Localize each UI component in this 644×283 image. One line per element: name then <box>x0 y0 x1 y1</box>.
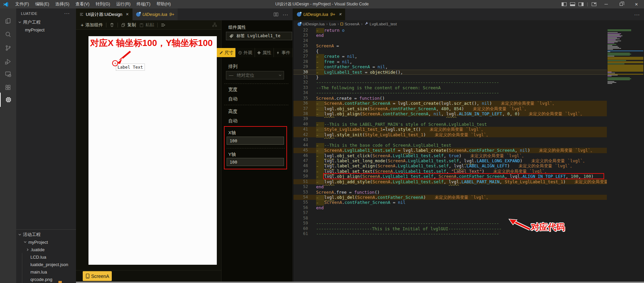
close-icon[interactable]: ✕ <box>126 12 129 17</box>
remote-explorer-icon[interactable] <box>0 67 16 81</box>
x-axis-input[interactable]: 100 <box>227 137 284 145</box>
copy-button[interactable]: 复制 <box>121 22 136 28</box>
more-actions-icon[interactable]: ··· <box>283 12 288 17</box>
customize-layout-icon[interactable] <box>592 2 596 6</box>
breadcrumb-item-ScreenA[interactable]: ScreenA <box>340 22 359 26</box>
code-line-43[interactable]: 43 <box>293 137 644 142</box>
y-axis-input[interactable]: 100 <box>227 158 284 166</box>
code-line-55[interactable]: 55→ScreenA.contFather_ScreenA = nil <box>293 200 644 205</box>
code-line-51[interactable]: 51→lvgl.obj_add_style(ScreenA.LvglLabel1… <box>293 179 644 184</box>
tab-ui-designer[interactable]: UI设计器:UiDesign ✕ <box>76 8 132 20</box>
toggle-sidebar-icon[interactable] <box>562 2 567 6</box>
tree-item-luatide_project.json[interactable]: luatide_project.json <box>16 261 76 268</box>
menu-编辑(E)[interactable]: 编辑(E) <box>32 0 52 8</box>
hierarchy-icon[interactable] <box>212 22 217 27</box>
lvgl-label-widget[interactable]: Label Text <box>116 64 145 71</box>
close-button[interactable]: ✕ <box>629 0 644 8</box>
design-canvas[interactable] <box>88 36 217 265</box>
code-line-53[interactable]: 53ScreenA.free = function() <box>293 190 644 195</box>
tree-item-myProject[interactable]: myProject <box>16 26 76 33</box>
breadcrumb-item-UiDesign.lua[interactable]: UiDesign.lua <box>298 22 325 26</box>
code-line-31[interactable]: 31} <box>293 75 644 80</box>
code-line-38[interactable]: 38→lvgl.obj_align(ScreenA.contFather_Scr… <box>293 111 644 116</box>
close-icon[interactable]: ✕ <box>339 12 342 17</box>
search-icon[interactable] <box>0 27 16 42</box>
code-line-58[interactable]: 58 <box>293 216 644 221</box>
toggle-secondary-sidebar-icon[interactable] <box>578 2 584 6</box>
run-debug-icon[interactable] <box>0 54 16 69</box>
section-active-project-header[interactable]: 活动工程 <box>16 231 76 238</box>
code-line-33[interactable]: 33--The following is the content of scre… <box>293 85 644 90</box>
code-line-37[interactable]: 37→lvgl.obj_set_size(ScreenA.contFather_… <box>293 106 644 111</box>
code-line-40[interactable]: 40→--This is the LABEL_PART_MAIN's style… <box>293 122 644 127</box>
prop-tab-外观[interactable]: 外观 <box>236 48 255 57</box>
code-line-36[interactable]: 36→ScreenA.contFather_ScreenA = lvgl.con… <box>293 101 644 106</box>
code-line-39[interactable]: 39 <box>293 116 644 121</box>
code-line-34[interactable]: 34--------------------------------------… <box>293 90 644 95</box>
code-line-54[interactable]: 54→lvgl.obj_del(ScreenA.contFather_Scree… <box>293 195 644 200</box>
toggle-panel-icon[interactable] <box>570 2 575 6</box>
code-line-35[interactable]: 35ScreenA.create = function() <box>293 96 644 101</box>
code-line-60[interactable]: 60----------------------This is the Init… <box>293 226 644 231</box>
breadcrumb[interactable]: UiDesign.lua›Lua›ScreenA›LvglLabel1_test <box>293 20 644 28</box>
code-line-28[interactable]: 28→free = nil, <box>293 59 644 64</box>
section-user-project[interactable]: 用户工程 <box>16 19 76 26</box>
code-line-45[interactable]: 45→ScreenA.LvglLabel1_test.self = lvgl.l… <box>293 148 644 153</box>
restore-button[interactable] <box>614 0 629 8</box>
code-line-50[interactable]: 50→lvgl.obj_align(ScreenA.LvglLabel1_tes… <box>293 174 644 179</box>
tree-item-myproject[interactable]: myProject <box>16 238 76 246</box>
tree-item-qrcode.png[interactable]: qrcode.png <box>16 276 76 283</box>
menu-运行(R)[interactable]: 运行(R) <box>113 0 133 8</box>
minimap[interactable] <box>607 29 644 283</box>
menu-文件(F)[interactable]: 文件(F) <box>12 0 32 8</box>
prop-tab-事件[interactable]: 事件 <box>274 48 293 57</box>
component-tag-field[interactable]: 标签 LvglLabel1_te <box>226 32 292 40</box>
code-line-47[interactable]: 47→lvgl.label_set_long_mode(ScreenA.Lvgl… <box>293 158 644 163</box>
code-line-44[interactable]: 44→--This is the base code of ScreenA.Lv… <box>293 143 644 148</box>
code-line-61[interactable]: 61--------------------------------------… <box>293 231 644 236</box>
width-value[interactable]: 自动 <box>228 96 237 102</box>
code-line-29[interactable]: 29→contFather_ScreenA = nil, <box>293 64 644 69</box>
add-component-button[interactable]: +添加组件 <box>81 22 103 28</box>
delete-icon[interactable] <box>109 22 114 27</box>
more-actions-icon[interactable]: ··· <box>634 12 640 17</box>
code-line-32[interactable]: 32--------------------------------------… <box>293 80 644 85</box>
tab-uidesign-lua[interactable]: UiDesign.lua 9+ <box>133 8 178 20</box>
tree-item-LCD.lua[interactable]: LCD.lua <box>16 253 76 261</box>
tree-item-main.lua[interactable]: main.lua <box>16 268 76 276</box>
code-line-41[interactable]: 41→Style_LvglLabel1_test_1=lvgl.style_t(… <box>293 127 644 132</box>
menu-终端(T)[interactable]: 终端(T) <box>133 0 153 8</box>
tab-uidesign-lua[interactable]: UiDesign.lua 9+ ✕ <box>293 8 345 20</box>
code-line-22[interactable]: 22→return o <box>293 28 644 33</box>
code-line-59[interactable]: 59--------------------------------------… <box>293 221 644 226</box>
menu-转到(G)[interactable]: 转到(G) <box>93 0 113 8</box>
luatide-icon[interactable] <box>0 93 16 107</box>
more-actions-icon[interactable]: ··· <box>64 10 70 16</box>
arrange-select[interactable]: — 绝对定位 <box>226 71 284 79</box>
breadcrumb-item-LvglLabel1_test[interactable]: LvglLabel1_test <box>364 22 397 26</box>
height-value[interactable]: 自动 <box>228 118 237 124</box>
code-line-56[interactable]: 56end <box>293 205 644 210</box>
code-line-48[interactable]: 48→lvgl.label_set_align(ScreenA.LvglLabe… <box>293 163 644 168</box>
menu-帮助(H)[interactable]: 帮助(H) <box>153 0 174 8</box>
code-line-42[interactable]: 42→lvgl.style_init(Style_LvglLabel1_test… <box>293 132 644 137</box>
source-control-icon[interactable] <box>0 41 16 55</box>
split-editor-icon[interactable] <box>273 12 279 17</box>
prop-tab-属性[interactable]: 属性 <box>255 48 274 57</box>
code-line-25[interactable]: 25ScreenA = <box>293 43 644 48</box>
code-line-49[interactable]: 49→lvgl.label_set_text(ScreenA.LvglLabel… <box>293 169 644 174</box>
screen-tab-screena[interactable]: ScreenA <box>83 271 112 281</box>
code-line-24[interactable]: 24 <box>293 38 644 43</box>
tree-item-.luatide[interactable]: .luatide <box>16 246 76 253</box>
code-line-26[interactable]: 26{ <box>293 49 644 54</box>
paste-button[interactable]: 粘贴 <box>139 22 154 28</box>
breadcrumb-item-Lua[interactable]: Lua <box>329 22 336 26</box>
explorer-icon[interactable] <box>0 14 16 28</box>
code-line-46[interactable]: 46→lvgl.obj_set_click(ScreenA.LvglLabel1… <box>293 153 644 158</box>
code-line-30[interactable]: 30→LvglLabel1_test = objectHide(), <box>293 70 644 75</box>
menu-查看(V)[interactable]: 查看(V) <box>72 0 93 8</box>
code-editor[interactable]: 22→return o23end2425ScreenA = 26{27→crea… <box>293 28 644 283</box>
list-options-icon[interactable] <box>161 23 165 27</box>
code-line-57[interactable]: 57 <box>293 210 644 215</box>
code-line-52[interactable]: 52end <box>293 184 644 189</box>
